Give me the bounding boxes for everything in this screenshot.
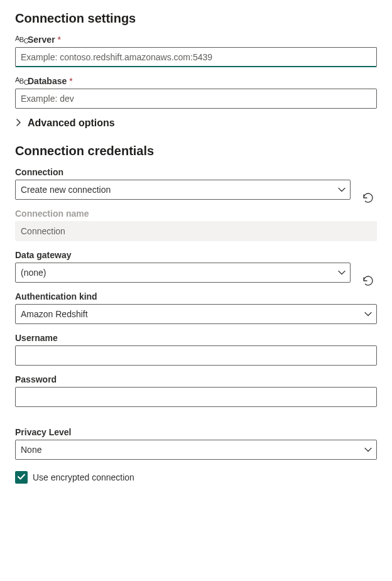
auth-kind-select[interactable]: Amazon Redshift bbox=[15, 304, 377, 324]
server-label: B Server * bbox=[15, 35, 377, 45]
privacy-select[interactable]: None bbox=[15, 440, 377, 460]
database-input[interactable] bbox=[15, 89, 377, 109]
auth-kind-selected-value: Amazon Redshift bbox=[21, 309, 88, 319]
refresh-icon bbox=[362, 274, 374, 289]
connection-row: Connection Create new connection bbox=[15, 167, 377, 209]
database-label: B Database * bbox=[15, 76, 377, 86]
password-input[interactable] bbox=[15, 387, 377, 407]
username-label: Username bbox=[15, 333, 377, 343]
advanced-options-expander[interactable]: Advanced options bbox=[15, 117, 377, 129]
refresh-icon bbox=[362, 192, 374, 206]
connection-settings-section: Connection settings B Server * B Databas… bbox=[15, 11, 377, 129]
database-label-text: Database bbox=[28, 76, 67, 86]
server-label-text: Server bbox=[28, 35, 55, 45]
data-gateway-selected-value: (none) bbox=[21, 268, 46, 278]
database-field-group: B Database * bbox=[15, 76, 377, 109]
auth-kind-label: Authentication kind bbox=[15, 291, 377, 301]
check-icon bbox=[17, 472, 26, 483]
connection-name-label: Connection name bbox=[15, 209, 377, 219]
text-type-icon: B bbox=[15, 78, 25, 85]
connection-name-input bbox=[15, 221, 377, 241]
encrypted-checkbox-label: Use encrypted connection bbox=[33, 472, 134, 482]
connection-name-field-group: Connection name bbox=[15, 209, 377, 241]
section-title-settings: Connection settings bbox=[15, 11, 377, 26]
required-asterisk: * bbox=[69, 76, 72, 86]
privacy-selected-value: None bbox=[21, 445, 41, 455]
auth-kind-field-group: Authentication kind Amazon Redshift bbox=[15, 291, 377, 324]
text-type-icon: B bbox=[15, 36, 25, 43]
password-field-group: Password bbox=[15, 374, 377, 407]
chevron-right-icon bbox=[15, 117, 23, 129]
privacy-field-group: Privacy Level None bbox=[15, 427, 377, 460]
advanced-options-label: Advanced options bbox=[28, 117, 115, 129]
server-field-group: B Server * bbox=[15, 35, 377, 67]
connection-label: Connection bbox=[15, 167, 351, 177]
connection-select[interactable]: Create new connection bbox=[15, 180, 351, 200]
username-input[interactable] bbox=[15, 345, 377, 366]
data-gateway-label: Data gateway bbox=[15, 250, 351, 260]
server-input[interactable] bbox=[15, 47, 377, 67]
refresh-gateway-button[interactable] bbox=[359, 273, 377, 290]
password-label: Password bbox=[15, 374, 377, 384]
data-gateway-row: Data gateway (none) bbox=[15, 250, 377, 291]
connection-selected-value: Create new connection bbox=[21, 185, 111, 195]
connection-credentials-section: Connection credentials Connection Create… bbox=[15, 144, 377, 484]
username-field-group: Username bbox=[15, 333, 377, 366]
section-title-credentials: Connection credentials bbox=[15, 144, 377, 158]
refresh-connection-button[interactable] bbox=[359, 190, 377, 207]
privacy-label: Privacy Level bbox=[15, 427, 377, 437]
required-asterisk: * bbox=[58, 35, 61, 45]
encrypted-checkbox[interactable] bbox=[15, 471, 28, 484]
encrypted-checkbox-row: Use encrypted connection bbox=[15, 471, 377, 484]
data-gateway-select[interactable]: (none) bbox=[15, 263, 351, 283]
